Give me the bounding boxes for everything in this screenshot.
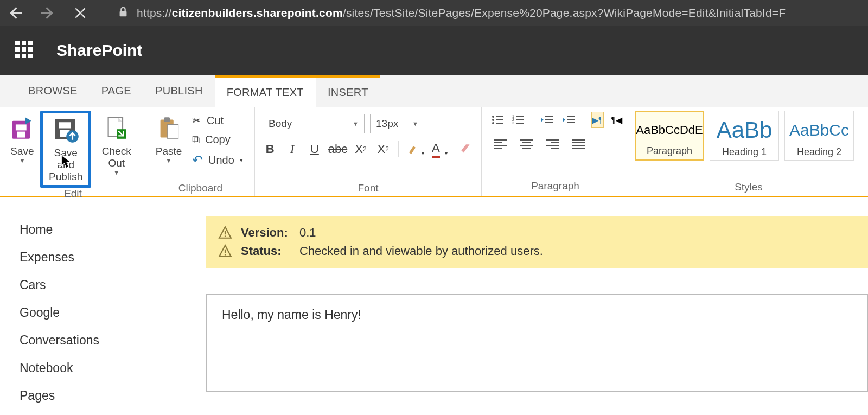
style-heading-1[interactable]: AaBb Heading 1	[710, 111, 779, 161]
nav-home[interactable]: Home	[20, 216, 206, 244]
svg-rect-27	[545, 122, 553, 123]
indent-button[interactable]	[562, 112, 576, 128]
svg-rect-0	[120, 11, 127, 16]
tab-page[interactable]: PAGE	[90, 75, 143, 107]
svg-point-17	[492, 122, 494, 124]
warning-icon	[218, 244, 232, 258]
ribbon: Save ▼ Save and Publish Check Out ▼ Edit	[0, 107, 868, 197]
undo-icon: ↶	[192, 152, 203, 168]
svg-text:3: 3	[512, 121, 514, 125]
style-heading-2[interactable]: AaBbCc Heading 2	[784, 111, 854, 161]
nav-expenses[interactable]: Expenses	[20, 244, 206, 271]
tab-insert[interactable]: INSERT	[316, 75, 380, 107]
page-content-editor[interactable]: Hello, my name is Henry!	[206, 294, 868, 392]
save-publish-icon	[52, 114, 79, 145]
nav-notebook[interactable]: Notebook	[20, 354, 206, 382]
font-family-select[interactable]: Body▼	[263, 114, 365, 133]
highlight-color-button[interactable]: ▾	[406, 141, 421, 157]
copy-icon: ⧉	[192, 133, 200, 146]
svg-rect-5	[59, 122, 72, 128]
svg-rect-22	[516, 119, 524, 120]
scissors-icon: ✂	[192, 114, 201, 127]
svg-rect-42	[551, 148, 559, 149]
nav-google[interactable]: Google	[20, 299, 206, 327]
nav-cars[interactable]: Cars	[20, 271, 206, 299]
svg-rect-45	[572, 145, 585, 146]
svg-rect-46	[572, 148, 585, 149]
ribbon-tabs: BROWSE PAGE PUBLISH FORMAT TEXT INSERT	[0, 75, 868, 107]
status-banner: Version: 0.1 Status: Checked in and view…	[206, 216, 868, 268]
svg-rect-26	[545, 119, 553, 120]
svg-rect-20	[516, 116, 524, 117]
stop-button[interactable]	[72, 4, 89, 22]
svg-point-15	[492, 119, 494, 121]
underline-button[interactable]: U	[307, 141, 322, 157]
svg-point-13	[492, 116, 494, 118]
svg-rect-32	[494, 142, 502, 143]
svg-rect-33	[494, 145, 507, 146]
align-right-button[interactable]	[544, 136, 562, 152]
svg-rect-43	[572, 139, 585, 141]
paste-icon	[155, 113, 182, 143]
svg-rect-31	[494, 139, 507, 141]
svg-rect-37	[520, 145, 533, 146]
svg-rect-14	[496, 116, 503, 117]
svg-rect-48	[225, 235, 226, 237]
paste-button[interactable]: Paste ▼	[151, 111, 187, 167]
justify-button[interactable]	[570, 136, 588, 152]
font-size-select[interactable]: 13px▼	[370, 114, 424, 133]
warning-icon	[218, 226, 232, 240]
ltr-button[interactable]: ▶¶	[591, 112, 604, 128]
ribbon-group-edit: Save ▼ Save and Publish Check Out ▼ Edit	[0, 107, 146, 196]
ribbon-group-styles: AaBbCcDdE Paragraph AaBb Heading 1 AaBbC…	[629, 107, 868, 196]
svg-rect-49	[225, 250, 226, 253]
align-left-button[interactable]	[492, 136, 510, 152]
forward-button[interactable]	[39, 4, 56, 22]
nav-pages[interactable]: Pages	[20, 382, 206, 410]
svg-rect-12	[168, 124, 178, 138]
svg-rect-18	[496, 123, 503, 124]
nav-conversations[interactable]: Conversations	[20, 327, 206, 354]
outdent-button[interactable]	[540, 112, 554, 128]
tab-format-text[interactable]: FORMAT TEXT	[215, 75, 316, 107]
rtl-button[interactable]: ¶◀	[611, 112, 623, 128]
clear-format-button[interactable]	[459, 141, 474, 157]
svg-rect-34	[494, 148, 502, 149]
superscript-button[interactable]: X2	[376, 141, 391, 157]
check-out-button[interactable]: Check Out ▼	[91, 111, 142, 178]
lock-icon	[117, 6, 129, 20]
svg-rect-50	[225, 254, 226, 255]
tab-publish[interactable]: PUBLISH	[143, 75, 215, 107]
strikethrough-button[interactable]: abc	[329, 141, 346, 157]
svg-rect-44	[572, 142, 585, 143]
left-navigation: Home Expenses Cars Google Conversations …	[0, 216, 206, 410]
svg-rect-39	[546, 139, 559, 141]
svg-rect-38	[522, 148, 531, 149]
number-list-button[interactable]: 123	[512, 112, 525, 128]
cut-button[interactable]: ✂ Cut	[187, 111, 248, 130]
suite-bar: SharePoint	[0, 26, 868, 75]
app-launcher-icon[interactable]	[15, 41, 35, 60]
svg-rect-25	[545, 116, 553, 117]
italic-button[interactable]: I	[285, 141, 299, 157]
ribbon-group-clipboard: Paste ▼ ✂ Cut ⧉ Copy ↶ Undo ▾ Clipboar	[146, 107, 255, 196]
subscript-button[interactable]: X2	[353, 141, 368, 157]
font-color-button[interactable]: A ▾	[429, 141, 443, 157]
save-button[interactable]: Save ▼	[4, 111, 40, 167]
tab-browse[interactable]: BROWSE	[16, 75, 90, 107]
undo-button[interactable]: ↶ Undo ▾	[187, 149, 248, 171]
bold-button[interactable]: B	[263, 141, 277, 157]
bullet-list-button[interactable]	[492, 112, 505, 128]
svg-rect-30	[567, 122, 575, 123]
save-and-publish-button[interactable]: Save and Publish	[40, 111, 91, 188]
back-button[interactable]	[7, 4, 24, 22]
brand-label: SharePoint	[56, 41, 142, 60]
style-paragraph[interactable]: AaBbCcDdE Paragraph	[635, 111, 704, 161]
svg-rect-29	[567, 119, 575, 120]
svg-rect-2	[16, 124, 27, 130]
svg-rect-3	[17, 132, 25, 138]
svg-rect-41	[546, 145, 559, 146]
align-center-button[interactable]	[518, 136, 536, 152]
copy-button[interactable]: ⧉ Copy	[187, 130, 248, 149]
address-bar[interactable]: https://citizenbuilders.sharepoint.com/s…	[137, 7, 786, 20]
